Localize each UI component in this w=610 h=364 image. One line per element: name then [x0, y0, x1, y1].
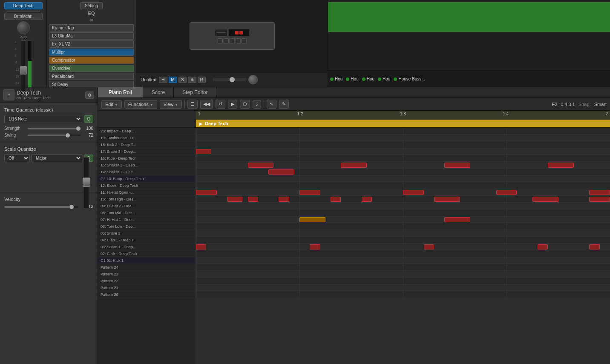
- pad3[interactable]: [230, 38, 235, 43]
- tab-score[interactable]: Score: [143, 87, 174, 97]
- note-list-item[interactable]: 07: Hi-Hat 1 - Dee...: [98, 216, 196, 223]
- edit-btn[interactable]: Edit ▼: [101, 100, 122, 109]
- plugin-kramer[interactable]: Kramer Tap: [49, 24, 134, 32]
- note-block[interactable]: [299, 217, 325, 222]
- select-tool-btn[interactable]: ↖: [267, 100, 276, 109]
- note-block[interactable]: [196, 149, 211, 154]
- strength-handle[interactable]: [76, 126, 81, 131]
- plugin-compressor[interactable]: Compressor: [49, 57, 134, 64]
- note-block[interactable]: [403, 190, 424, 195]
- left-fader-thumb[interactable]: [20, 66, 27, 75]
- note-list-item[interactable]: 09: Hi-Hat 2 - Dee...: [98, 203, 196, 209]
- note-block[interactable]: [589, 244, 599, 249]
- plugin-bx[interactable]: bx_XL V2: [49, 40, 134, 48]
- btn-s[interactable]: S: [178, 77, 187, 83]
- note-list-item[interactable]: C213: Boop - Deep Tech: [98, 175, 196, 182]
- note-block[interactable]: [444, 163, 470, 168]
- note-block[interactable]: [589, 197, 610, 202]
- plugin-pedalboard[interactable]: Pedalboard: [49, 73, 134, 80]
- note-block[interactable]: [589, 190, 610, 195]
- functions-btn[interactable]: Functions ▼: [124, 100, 157, 109]
- right-fader-track[interactable]: [83, 157, 89, 208]
- prev-btn[interactable]: ◀◀: [200, 100, 213, 109]
- note-block[interactable]: [362, 197, 372, 202]
- note-list-item[interactable]: 20: Impact - Deep...: [98, 128, 196, 135]
- cycle-btn[interactable]: ↺: [216, 100, 225, 109]
- note-block[interactable]: [341, 163, 367, 168]
- note-list-item[interactable]: 06: Tom Low - Dee...: [98, 223, 196, 230]
- note-block[interactable]: [279, 197, 289, 202]
- note-list-item[interactable]: 18: Kick 2 - Deep T...: [98, 141, 196, 148]
- note-block[interactable]: [248, 163, 274, 168]
- note-block[interactable]: [496, 190, 517, 195]
- pad4[interactable]: [236, 38, 241, 43]
- note-list-item[interactable]: C101: Kick 1: [98, 257, 196, 264]
- plugin-multipr[interactable]: Multipr: [49, 49, 134, 56]
- note-block[interactable]: [331, 197, 341, 202]
- left-fader-track[interactable]: [21, 40, 26, 92]
- velocity-handle[interactable]: [69, 205, 74, 209]
- note-list-item[interactable]: 12: Block - Deep Tech: [98, 182, 196, 189]
- piano-btn[interactable]: ♪: [253, 100, 261, 109]
- note-block[interactable]: [196, 190, 217, 195]
- note-block[interactable]: [538, 244, 548, 249]
- view-btn[interactable]: View ▼: [160, 100, 182, 109]
- note-block[interactable]: [310, 244, 320, 249]
- note-list-item[interactable]: 14: Shaker 1 - Dee...: [98, 169, 196, 175]
- plugin-overdrive[interactable]: Overdrive: [49, 65, 134, 72]
- tab-piano-roll[interactable]: Piano Roll: [98, 87, 143, 97]
- vol-knob[interactable]: [248, 75, 258, 84]
- volume-slider[interactable]: [213, 78, 247, 81]
- btn-m[interactable]: M: [169, 77, 177, 83]
- scale-major-select[interactable]: Major: [32, 154, 82, 162]
- note-block[interactable]: [444, 217, 470, 222]
- scale-off-select[interactable]: Off: [4, 154, 30, 162]
- note-block[interactable]: [268, 169, 294, 175]
- note-block[interactable]: [532, 197, 558, 202]
- note-list-item[interactable]: 04: Clap 1 - Deep T...: [98, 237, 196, 244]
- note-list-item[interactable]: 11: Hi-Hat Open -...: [98, 189, 196, 196]
- swing-slider[interactable]: [28, 135, 81, 136]
- tab-step-editor[interactable]: Step Editor: [174, 87, 216, 97]
- btn-h[interactable]: H: [159, 77, 167, 83]
- note-list-item[interactable]: 05: Snare 2: [98, 230, 196, 237]
- note-list-item[interactable]: Pattern 22: [98, 278, 196, 284]
- note-block[interactable]: [434, 197, 460, 202]
- note-list-item[interactable]: 02: Click - Deep Tech: [98, 250, 196, 257]
- note-list-item[interactable]: 19: Tambourine - D...: [98, 135, 196, 141]
- drmmchn-btn[interactable]: DrmMchn: [4, 13, 43, 20]
- pad5[interactable]: [242, 38, 247, 43]
- swing-handle[interactable]: [66, 133, 70, 138]
- note-list-item[interactable]: 03: Snare 1 - Deep...: [98, 244, 196, 250]
- quantize-btn[interactable]: Q: [84, 115, 93, 123]
- link-btn[interactable]: ⬡: [240, 100, 250, 109]
- setting-button[interactable]: Setting: [80, 2, 103, 9]
- note-list-item[interactable]: 17: Snare 3 - Deep...: [98, 148, 196, 155]
- note-block[interactable]: [227, 197, 242, 202]
- note-list-item[interactable]: 16: Ride - Deep Tech: [98, 155, 196, 162]
- note-list-item[interactable]: Pattern 21: [98, 284, 196, 291]
- velocity-slider[interactable]: [4, 206, 78, 208]
- channel-knob[interactable]: [17, 21, 30, 34]
- pr-settings-btn[interactable]: ⚙: [85, 92, 94, 99]
- pad1[interactable]: [218, 38, 223, 43]
- strength-slider[interactable]: [28, 128, 81, 129]
- note-list-item[interactable]: Pattern 24: [98, 264, 196, 271]
- btn-freeze[interactable]: ❄: [188, 77, 196, 83]
- note-block[interactable]: [424, 244, 434, 249]
- right-fader-thumb[interactable]: [83, 178, 90, 187]
- note-list-item[interactable]: Pattern 20: [98, 291, 196, 298]
- note-list-item[interactable]: 08: Tom Mid - Dee...: [98, 209, 196, 216]
- green-region[interactable]: [328, 2, 610, 32]
- note-list-item[interactable]: Pattern 23: [98, 271, 196, 278]
- vol-slider-thumb[interactable]: [230, 77, 235, 82]
- note-block[interactable]: [196, 244, 206, 249]
- pad2[interactable]: [224, 38, 229, 43]
- btn-r[interactable]: R: [198, 77, 206, 83]
- deep-tech-channel-btn[interactable]: Deep Tech: [4, 2, 43, 9]
- play-btn[interactable]: ▶: [228, 100, 237, 109]
- pen-tool-btn[interactable]: ✎: [279, 100, 289, 109]
- list-view-btn[interactable]: ☰: [187, 100, 198, 109]
- note-block[interactable]: [548, 163, 574, 168]
- note-block[interactable]: [299, 190, 320, 195]
